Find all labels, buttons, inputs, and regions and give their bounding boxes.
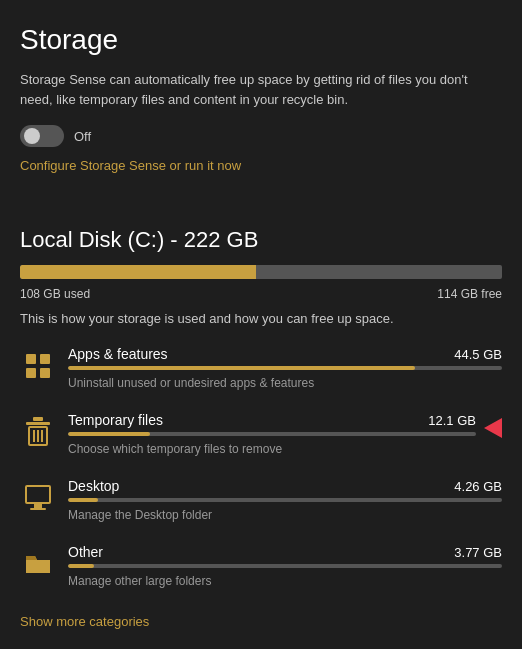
category-other[interactable]: Other 3.77 GB Manage other large folders xyxy=(20,542,502,590)
category-temp-content: Temporary files 12.1 GB Choose which tem… xyxy=(68,412,476,456)
svg-rect-3 xyxy=(40,368,50,378)
trash-icon xyxy=(20,414,56,450)
category-temp-name: Temporary files xyxy=(68,412,163,428)
category-desktop-bar xyxy=(68,498,502,502)
disk-usage-bar xyxy=(20,265,502,279)
toggle-knob xyxy=(24,128,40,144)
category-apps-size: 44.5 GB xyxy=(454,347,502,362)
page-title: Storage xyxy=(20,24,502,56)
svg-rect-5 xyxy=(26,422,50,425)
category-apps-content: Apps & features 44.5 GB Uninstall unused… xyxy=(68,346,502,390)
category-temp-bar xyxy=(68,432,476,436)
category-temp-header: Temporary files 12.1 GB xyxy=(68,412,476,428)
disk-title: Local Disk (C:) - 222 GB xyxy=(20,227,502,253)
temp-arrow-indicator xyxy=(484,418,502,438)
disk-free-label: 114 GB free xyxy=(437,287,502,301)
category-temp-bar-fill xyxy=(68,432,150,436)
svg-rect-13 xyxy=(26,560,50,573)
categories-list: Apps & features 44.5 GB Uninstall unused… xyxy=(20,344,502,590)
toggle-label: Off xyxy=(74,129,91,144)
svg-rect-0 xyxy=(26,354,36,364)
category-apps-bar-fill xyxy=(68,366,415,370)
category-desktop-header: Desktop 4.26 GB xyxy=(68,478,502,494)
disk-used-label: 108 GB used xyxy=(20,287,90,301)
category-temp-desc: Choose which temporary files to remove xyxy=(68,442,282,456)
category-other-header: Other 3.77 GB xyxy=(68,544,502,560)
svg-rect-4 xyxy=(33,417,43,421)
category-apps-header: Apps & features 44.5 GB xyxy=(68,346,502,362)
desktop-icon xyxy=(20,480,56,516)
category-other-name: Other xyxy=(68,544,103,560)
category-temp[interactable]: Temporary files 12.1 GB Choose which tem… xyxy=(20,410,476,458)
show-more-categories[interactable]: Show more categories xyxy=(20,614,149,629)
category-desktop-size: 4.26 GB xyxy=(454,479,502,494)
category-other-size: 3.77 GB xyxy=(454,545,502,560)
apps-icon xyxy=(20,348,56,384)
category-other-content: Other 3.77 GB Manage other large folders xyxy=(68,544,502,588)
svg-rect-12 xyxy=(30,508,46,510)
category-apps[interactable]: Apps & features 44.5 GB Uninstall unused… xyxy=(20,344,502,392)
category-desktop-name: Desktop xyxy=(68,478,119,494)
storage-sense-toggle-row: Off xyxy=(20,125,502,147)
category-desktop[interactable]: Desktop 4.26 GB Manage the Desktop folde… xyxy=(20,476,502,524)
category-temp-row: Temporary files 12.1 GB Choose which tem… xyxy=(20,410,502,458)
category-desktop-bar-fill xyxy=(68,498,98,502)
category-apps-name: Apps & features xyxy=(68,346,168,362)
disk-section: Local Disk (C:) - 222 GB 108 GB used 114… xyxy=(20,227,502,629)
svg-rect-10 xyxy=(26,486,50,503)
category-other-bar xyxy=(68,564,502,568)
storage-sense-toggle[interactable] xyxy=(20,125,64,147)
category-desktop-content: Desktop 4.26 GB Manage the Desktop folde… xyxy=(68,478,502,522)
category-other-bar-fill xyxy=(68,564,94,568)
folder-icon xyxy=(20,546,56,582)
disk-bar-used xyxy=(20,265,256,279)
category-apps-desc: Uninstall unused or undesired apps & fea… xyxy=(68,376,314,390)
disk-stats: 108 GB used 114 GB free xyxy=(20,287,502,301)
svg-rect-11 xyxy=(34,504,42,508)
category-other-desc: Manage other large folders xyxy=(68,574,211,588)
category-apps-bar xyxy=(68,366,502,370)
svg-rect-1 xyxy=(40,354,50,364)
category-desktop-desc: Manage the Desktop folder xyxy=(68,508,212,522)
disk-hint: This is how your storage is used and how… xyxy=(20,311,502,326)
svg-rect-2 xyxy=(26,368,36,378)
storage-description: Storage Sense can automatically free up … xyxy=(20,70,480,109)
category-temp-size: 12.1 GB xyxy=(428,413,476,428)
configure-link[interactable]: Configure Storage Sense or run it now xyxy=(20,158,241,173)
